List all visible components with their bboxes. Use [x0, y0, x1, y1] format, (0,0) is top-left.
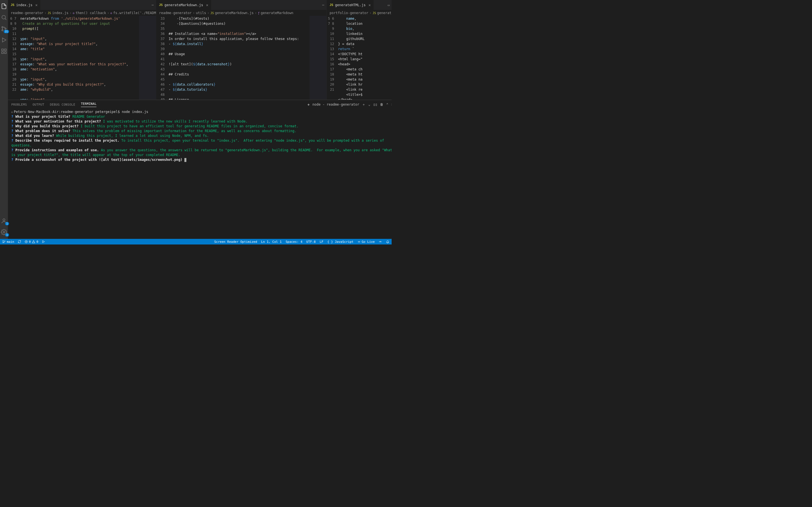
dropdown-icon[interactable]: ⌄: [368, 103, 370, 107]
terminal-output[interactable]: Peters-New-MacBook-Air:readme-generator …: [8, 109, 392, 239]
accounts-badge: 1: [5, 222, 9, 225]
code-area[interactable]: nerateMarkdown from './utils/generateMar…: [20, 16, 139, 100]
close-icon[interactable]: ×: [206, 3, 208, 7]
go-live-button[interactable]: Go Live: [357, 240, 375, 244]
svg-point-3: [2, 30, 3, 31]
tab-generate-markdown[interactable]: JS generateMarkdown.js ×: [156, 0, 211, 10]
svg-marker-20: [43, 240, 45, 243]
branch-indicator[interactable]: main: [2, 240, 14, 244]
svg-line-1: [5, 18, 6, 20]
svg-point-13: [3, 242, 4, 243]
method-icon: ⊙: [110, 11, 112, 15]
function-icon: ƒ: [258, 11, 260, 15]
close-icon[interactable]: ×: [35, 3, 38, 7]
svg-point-12: [3, 240, 4, 241]
panel-tab-output[interactable]: OUTPUT: [33, 103, 44, 107]
svg-point-0: [2, 15, 6, 19]
close-icon[interactable]: ×: [368, 3, 371, 7]
line-gutter: 33 34 35 36 37 38 39 40 41 42 43 44 45 4…: [156, 16, 168, 100]
eol-status[interactable]: LF: [320, 240, 323, 244]
panel-tab-problems[interactable]: PROBLEMS: [11, 103, 27, 107]
split-editor-icon[interactable]: ▭: [388, 3, 390, 7]
more-icon[interactable]: ⋯: [152, 3, 154, 7]
js-file-icon: JS: [210, 11, 214, 15]
js-file-icon: JS: [329, 3, 333, 7]
svg-point-22: [380, 241, 381, 242]
extensions-icon[interactable]: [0, 47, 8, 55]
svg-point-11: [3, 231, 5, 233]
tab-index-js[interactable]: JS index.js ×: [8, 0, 41, 10]
svg-marker-5: [3, 38, 6, 42]
indentation-status[interactable]: Spaces: 4: [286, 240, 303, 244]
minimap[interactable]: [310, 16, 326, 100]
encoding-status[interactable]: UTF-8: [306, 240, 316, 244]
run-debug-icon[interactable]: [0, 36, 8, 44]
svg-point-14: [4, 241, 5, 242]
accounts-icon[interactable]: 1: [0, 217, 8, 225]
js-file-icon: JS: [373, 11, 376, 15]
editor-group-2: JS generateMarkdown.js × ⋯ readme-genera…: [156, 0, 327, 100]
sync-icon[interactable]: [18, 240, 21, 243]
feedback-icon[interactable]: [378, 240, 382, 243]
svg-point-21: [359, 241, 359, 242]
problems-indicator[interactable]: 0 0: [24, 240, 38, 244]
svg-rect-8: [2, 52, 3, 54]
shell-label[interactable]: node - readme-generator: [312, 103, 359, 107]
activity-bar: 31 1 1: [0, 0, 8, 239]
close-panel-icon[interactable]: ×: [391, 103, 392, 107]
editor-group-1: JS index.js × ⋯ readme-generator› JS ind…: [8, 0, 156, 100]
bell-icon[interactable]: [386, 240, 389, 243]
breadcrumb[interactable]: portfolio-generator› JS generate: [327, 10, 392, 16]
js-file-icon: JS: [11, 3, 14, 7]
status-bar: main 0 0 Screen Reader Optimized Ln 1, C…: [0, 239, 392, 244]
breadcrumb[interactable]: readme-generator› utils› JS generateMark…: [156, 10, 326, 16]
code-area[interactable]: -[Tests](#tests) -[Questions](#questions…: [168, 16, 310, 100]
code-area[interactable]: name, location bio, linkedin githubURL }…: [338, 16, 392, 100]
tab-label: generateMarkdown.js: [164, 3, 203, 7]
panel-tab-debug-console[interactable]: DEBUG CONSOLE: [50, 103, 75, 107]
search-icon[interactable]: [0, 13, 8, 21]
js-file-icon: JS: [159, 3, 163, 7]
explorer-icon[interactable]: [0, 2, 8, 10]
method-icon: ⊙: [73, 11, 74, 15]
split-terminal-icon[interactable]: ▯▯: [373, 103, 377, 107]
chevron-up-icon[interactable]: ⌃: [386, 103, 388, 107]
more-icon[interactable]: ⋯: [322, 3, 324, 7]
svg-point-2: [2, 26, 3, 28]
svg-rect-9: [4, 52, 6, 54]
kill-terminal-icon[interactable]: 🗑: [380, 103, 384, 107]
cursor-position[interactable]: Ln 1, Col 1: [261, 240, 282, 244]
shell-icon: ❖: [308, 103, 310, 107]
settings-badge: 1: [5, 233, 9, 237]
new-terminal-icon[interactable]: ＋: [362, 102, 365, 107]
panel-tab-terminal[interactable]: TERMINAL: [81, 102, 96, 107]
language-status[interactable]: { } JavaScript: [327, 240, 354, 244]
tab-generate-html[interactable]: JS generateHTML.js ×: [327, 0, 374, 10]
run-task-icon[interactable]: [42, 240, 45, 243]
bottom-panel: PROBLEMS OUTPUT DEBUG CONSOLE TERMINAL ❖…: [8, 100, 392, 239]
svg-point-10: [3, 219, 5, 221]
line-gutter: 6 7 8 9 10 11 12 13 14 15 16 17 18 19 20…: [8, 16, 20, 100]
screen-reader-status[interactable]: Screen Reader Optimized: [214, 240, 257, 244]
minimap[interactable]: [139, 16, 156, 100]
breadcrumb[interactable]: readme-generator› JS index.js› ⊙ then() …: [8, 10, 156, 16]
editor-group-3: JS generateHTML.js × ▭ ⋯ portfolio-gener…: [327, 0, 392, 100]
svg-rect-6: [2, 49, 3, 51]
source-control-icon[interactable]: 31: [0, 25, 8, 33]
line-gutter: 5 6 7 8 9 10 11 12 13 14 15 16 17 18 19 …: [327, 16, 338, 100]
js-file-icon: JS: [48, 11, 51, 15]
svg-rect-7: [4, 49, 6, 51]
tab-label: index.js: [16, 3, 33, 7]
settings-icon[interactable]: 1: [0, 228, 8, 236]
editors-row: JS index.js × ⋯ readme-generator› JS ind…: [8, 0, 392, 100]
svg-point-4: [5, 28, 6, 30]
tab-label: generateHTML.js: [335, 3, 365, 7]
